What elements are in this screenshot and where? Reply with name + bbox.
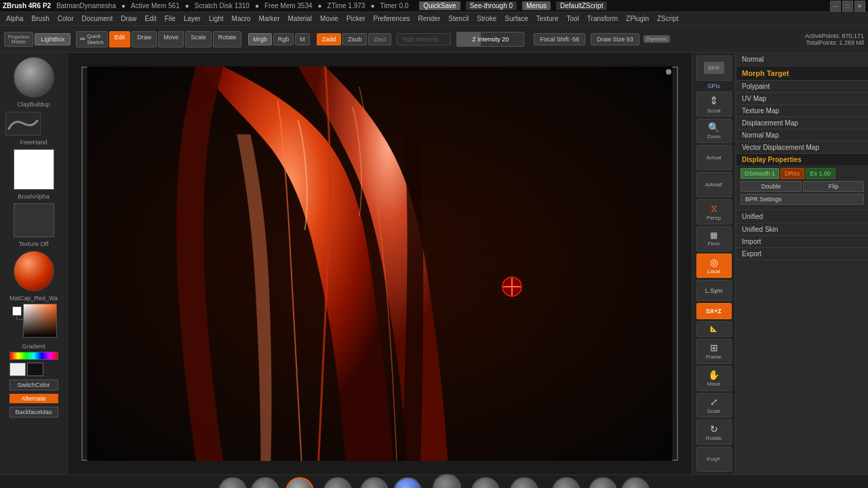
- brush-polish[interactable]: Polish: [360, 477, 389, 489]
- brush-inflat[interactable]: Inflat: [471, 477, 500, 489]
- scroll-btn[interactable]: ⇕ Scroll: [696, 92, 732, 117]
- export-item[interactable]: Export: [736, 248, 868, 260]
- close-icon[interactable]: ✕: [854, 1, 865, 12]
- double-btn[interactable]: Double: [741, 181, 802, 192]
- menus-btn[interactable]: Menus: [522, 1, 551, 10]
- menu-edit[interactable]: Edit: [142, 14, 160, 24]
- minimize-icon[interactable]: ─: [830, 1, 841, 12]
- sxyz-btn[interactable]: SX+Z: [696, 303, 732, 319]
- z-intensity-bar[interactable]: Z Intensity 20: [456, 32, 524, 47]
- draw-btn[interactable]: Draw: [132, 31, 157, 47]
- scale-btn[interactable]: Scale: [185, 31, 212, 47]
- menu-stroke[interactable]: Stroke: [473, 14, 500, 24]
- sculpt-viewport[interactable]: [81, 66, 678, 461]
- floor-btn[interactable]: ▦ Floor: [696, 226, 732, 251]
- frame-btn[interactable]: ⊞ Frame: [696, 339, 732, 364]
- brush-dam-standard[interactable]: Dam_Standard: [504, 477, 545, 489]
- brush-pinch[interactable]: Pinch: [621, 477, 650, 489]
- flip-btn[interactable]: Flip: [803, 181, 864, 192]
- brush-fold[interactable]: Fold: [589, 477, 617, 489]
- menu-material[interactable]: Material: [285, 14, 316, 24]
- brush-clay-buildup[interactable]: ClayBuildup: [283, 477, 316, 489]
- white-swatch[interactable]: [9, 363, 26, 376]
- m-btn[interactable]: M: [295, 33, 310, 45]
- texture-preview[interactable]: [14, 203, 54, 237]
- polyf-btn[interactable]: PolyF: [696, 447, 732, 472]
- black-swatch[interactable]: [27, 363, 43, 376]
- brush-stroke-preview[interactable]: [3, 110, 43, 137]
- focal-shift-btn[interactable]: Focal Shift -56: [534, 33, 585, 45]
- morph-target-title[interactable]: Morph Target: [736, 66, 868, 80]
- brush-move-topological[interactable]: Move Topological: [427, 474, 467, 489]
- lightbox-btn[interactable]: LightBox: [35, 33, 71, 45]
- lsym-btn[interactable]: L.Sym: [696, 280, 732, 301]
- color-picker[interactable]: [9, 304, 58, 341]
- quicksave-btn[interactable]: QuickSave: [419, 1, 460, 10]
- maximize-icon[interactable]: □: [842, 1, 853, 12]
- zeut-btn[interactable]: Zeut: [368, 33, 391, 45]
- menu-stencil[interactable]: Stencil: [445, 14, 472, 24]
- mrgb-btn[interactable]: Mrgb: [248, 33, 272, 45]
- unified-skin-item[interactable]: Unified Skin: [736, 224, 868, 235]
- menu-texture[interactable]: Texture: [533, 14, 562, 24]
- dres-btn[interactable]: DRes: [781, 168, 804, 179]
- menu-document[interactable]: Document: [79, 14, 117, 24]
- menu-surface[interactable]: Surface: [501, 14, 531, 24]
- draw-size-btn[interactable]: Draw Size 93: [591, 33, 639, 45]
- menu-draw[interactable]: Draw: [117, 14, 140, 24]
- menu-light[interactable]: Light: [205, 14, 227, 24]
- seethrough-btn[interactable]: See-through 0: [466, 1, 517, 10]
- menu-marker[interactable]: Marker: [255, 14, 283, 24]
- import-item[interactable]: Import: [736, 236, 868, 247]
- rotate-btn[interactable]: Rotate: [213, 31, 242, 47]
- rgb-btn[interactable]: Rgb: [273, 33, 294, 45]
- actual-btn[interactable]: Actual: [696, 145, 732, 170]
- menu-layer[interactable]: Layer: [180, 14, 204, 24]
- projection-master-btn[interactable]: Projection Master: [4, 32, 33, 47]
- alternate-btn[interactable]: Alternate: [9, 394, 58, 403]
- edit-btn[interactable]: Edit: [109, 31, 131, 47]
- brush-move[interactable]: Move: [251, 477, 279, 489]
- menu-color[interactable]: Color: [54, 14, 77, 24]
- menu-preferences[interactable]: Preferences: [370, 14, 414, 24]
- menu-alpha[interactable]: Alpha: [3, 14, 27, 24]
- menu-picker[interactable]: Picker: [343, 14, 369, 24]
- brush-standard[interactable]: Standard: [218, 477, 247, 489]
- aahalf-btn[interactable]: AAHalf: [696, 172, 732, 197]
- uv-map-item[interactable]: UV Map: [736, 93, 868, 104]
- menu-transform[interactable]: Transform: [584, 14, 621, 24]
- zadd-btn[interactable]: Zadd: [317, 33, 342, 45]
- backface-btn[interactable]: BackfaceMas: [9, 407, 58, 418]
- rotate-tool-btn[interactable]: ↻ Rotate: [696, 420, 732, 445]
- menu-tool[interactable]: Tool: [564, 14, 583, 24]
- gradient-bar[interactable]: [9, 352, 58, 360]
- brush-trim-dynamic[interactable]: TrimDynamic: [320, 477, 356, 489]
- move-tool-btn[interactable]: ✋ Move: [696, 366, 732, 391]
- vector-displacement-item[interactable]: Vector Displacement Map: [736, 142, 868, 153]
- local-btn[interactable]: ◎ Local: [696, 253, 732, 279]
- scale-tool-btn[interactable]: ⤢ Scale: [696, 393, 732, 418]
- texture-map-item[interactable]: Texture Map: [736, 105, 868, 117]
- xyz-axis-btn[interactable]: 📐: [696, 321, 732, 337]
- es-btn[interactable]: Es 1.00: [806, 168, 836, 179]
- default-script-btn[interactable]: DefaultZScript: [556, 1, 607, 10]
- switch-color-btn[interactable]: SwitchColor: [9, 380, 58, 390]
- bpr-btn[interactable]: BPR: [696, 56, 732, 81]
- brush-alpha-preview[interactable]: [14, 149, 54, 190]
- canvas-area[interactable]: [68, 53, 692, 474]
- displacement-map-item[interactable]: Displacement Map: [736, 117, 868, 129]
- quick-sketch-btn[interactable]: ✏QuickSketch: [76, 31, 107, 47]
- persp-btn[interactable]: ⧖ Persp: [696, 199, 732, 224]
- menu-file[interactable]: File: [161, 14, 179, 24]
- menu-zscript[interactable]: ZScript: [654, 14, 682, 24]
- color-gradient-rect[interactable]: [23, 304, 57, 338]
- menu-movie[interactable]: Movie: [317, 14, 342, 24]
- zsub-btn[interactable]: Zsub: [342, 33, 367, 45]
- menu-brush[interactable]: Brush: [28, 14, 53, 24]
- polypaint-item[interactable]: Polypaint: [736, 81, 868, 92]
- display-properties-title[interactable]: Display Properties: [736, 154, 868, 165]
- brush-curvetube[interactable]: CurveTube: [393, 477, 422, 489]
- menu-macro[interactable]: Macro: [229, 14, 254, 24]
- bpr-settings-btn[interactable]: BPR Settings: [741, 194, 864, 205]
- dsmooth-btn[interactable]: DSmooth 1: [741, 168, 779, 179]
